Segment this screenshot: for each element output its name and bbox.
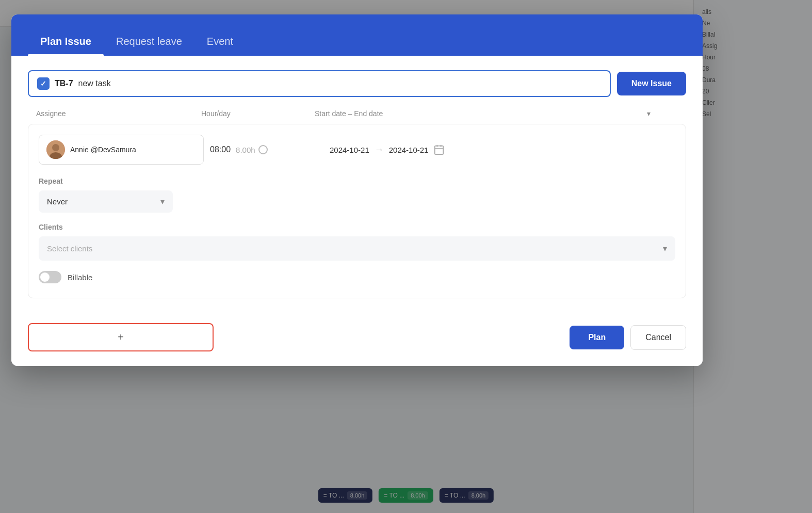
cancel-button[interactable]: Cancel: [630, 325, 686, 350]
modal-body: TB-7 new task New Issue Assignee Hour/da…: [11, 56, 703, 313]
calendar-icon[interactable]: [433, 144, 445, 155]
clients-select[interactable]: Select clients ▾: [39, 236, 675, 261]
add-assignee-button[interactable]: +: [28, 323, 214, 351]
issue-input-wrapper[interactable]: TB-7 new task: [28, 70, 611, 97]
col-header-assignee: Assignee: [36, 109, 201, 118]
plan-issue-modal: Plan Issue Request leave Event TB-7 new …: [11, 14, 703, 366]
assignee-info[interactable]: Annie @DevSamura: [39, 135, 204, 165]
repeat-select[interactable]: Never ▾: [39, 190, 173, 213]
date-range[interactable]: 2024-10-21 → 2024-10-21: [330, 144, 675, 155]
duration-value: 8.00h: [236, 145, 268, 154]
billable-row: Billable: [39, 271, 675, 283]
plan-button[interactable]: Plan: [570, 326, 624, 349]
col-header-expand[interactable]: ▾: [647, 109, 678, 118]
col-header-hour: Hour/day: [201, 109, 315, 118]
billable-label: Billable: [68, 273, 92, 282]
assignee-name: Annie @DevSamura: [70, 146, 136, 154]
tab-plan-issue[interactable]: Plan Issue: [28, 14, 104, 56]
time-input[interactable]: 08:00 8.00h: [210, 145, 323, 154]
issue-checkbox[interactable]: [37, 77, 50, 90]
start-date: 2024-10-21: [330, 146, 369, 154]
avatar: [46, 140, 65, 159]
repeat-label: Repeat: [39, 177, 675, 185]
issue-row: TB-7 new task New Issue: [28, 70, 686, 97]
clients-section: Clients Select clients ▾: [39, 223, 675, 261]
svg-point-1: [52, 144, 59, 151]
issue-title: new task: [78, 79, 111, 88]
assignee-card: Annie @DevSamura 08:00 8.00h 2024-10-21 …: [28, 124, 686, 298]
chevron-down-icon: ▾: [647, 109, 651, 118]
clients-label: Clients: [39, 223, 675, 231]
modal-footer: + Plan Cancel: [11, 313, 703, 366]
column-headers: Assignee Hour/day Start date – End date …: [28, 109, 686, 118]
start-time: 08:00: [210, 145, 231, 154]
new-issue-button[interactable]: New Issue: [617, 72, 686, 95]
repeat-chevron-icon: ▾: [160, 197, 165, 206]
modal-header: Plan Issue Request leave Event: [11, 14, 703, 56]
arrow-right-icon: →: [375, 145, 384, 155]
col-header-dates: Start date – End date: [315, 109, 647, 118]
end-date: 2024-10-21: [389, 146, 429, 154]
assignee-row: Annie @DevSamura 08:00 8.00h 2024-10-21 …: [39, 135, 675, 165]
svg-rect-3: [435, 146, 444, 155]
clock-icon: [258, 145, 268, 154]
repeat-section: Repeat Never ▾: [39, 177, 675, 213]
tab-request-leave[interactable]: Request leave: [104, 14, 194, 56]
clients-chevron-icon: ▾: [663, 244, 667, 253]
clients-placeholder: Select clients: [47, 244, 92, 253]
issue-id: TB-7: [55, 79, 73, 88]
tab-event[interactable]: Event: [194, 14, 246, 56]
footer-actions: Plan Cancel: [570, 325, 686, 350]
repeat-value: Never: [47, 197, 68, 206]
billable-toggle[interactable]: [39, 271, 61, 283]
